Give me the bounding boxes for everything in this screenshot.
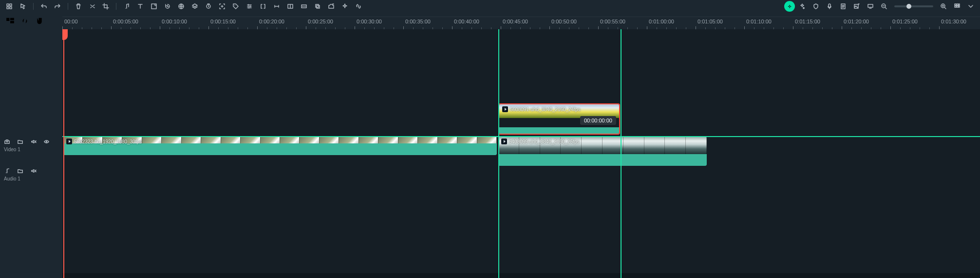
ruler-tick-major: 0:00:25:00 bbox=[306, 17, 306, 30]
ruler-tick-label: 0:00:40:00 bbox=[454, 19, 479, 24]
clip-clip_a[interactable]: 5652323-hd_1920_1080_30fps bbox=[63, 137, 497, 155]
toolbar-separator bbox=[116, 3, 116, 10]
clip-audio-band bbox=[498, 154, 707, 166]
sparkle-settings-icon[interactable] bbox=[796, 1, 809, 12]
undo-icon[interactable] bbox=[38, 1, 50, 12]
text-icon[interactable] bbox=[134, 1, 147, 12]
clip-title-text: 5403099-uhd_3840_2160_25fps bbox=[509, 139, 580, 144]
ruler-tick-major: 0:00:10:00 bbox=[160, 17, 160, 30]
link-break-icon[interactable] bbox=[352, 1, 365, 12]
trash-icon[interactable] bbox=[72, 1, 85, 12]
zoom-slider-thumb[interactable] bbox=[906, 4, 911, 9]
overlay-icon[interactable] bbox=[311, 1, 324, 12]
thumbnail-size-icon[interactable] bbox=[5, 16, 16, 26]
view-grid-icon[interactable] bbox=[951, 1, 963, 12]
brackets-icon[interactable] bbox=[257, 1, 269, 12]
ruler-tick-major: 0:00:50:00 bbox=[549, 17, 550, 30]
ruler-tick-label: 0:01:10:00 bbox=[746, 19, 772, 24]
crop-icon[interactable] bbox=[99, 1, 112, 12]
focus-icon[interactable] bbox=[216, 1, 228, 12]
ruler-tick-major: 0:01:30:00 bbox=[939, 17, 940, 30]
ruler-tick-label: 0:00:05:00 bbox=[113, 19, 138, 24]
snap-guide-horizontal bbox=[62, 136, 980, 137]
layers-icon[interactable] bbox=[188, 1, 201, 12]
ruler-tick-major: 0:00:35:00 bbox=[403, 17, 404, 30]
eye-icon[interactable] bbox=[43, 139, 50, 146]
notes-icon[interactable] bbox=[837, 1, 849, 12]
magnet-icon[interactable] bbox=[34, 16, 45, 26]
clip-title: 5403099-uhd_3840_2160_25fps bbox=[501, 139, 580, 144]
folder-icon[interactable] bbox=[17, 168, 23, 175]
redo-icon[interactable] bbox=[51, 1, 64, 12]
zoom-out-icon[interactable] bbox=[878, 1, 890, 12]
ruler-tick-major: 0:00:45:00 bbox=[501, 17, 501, 30]
ruler-tick-label: 0:00:45:00 bbox=[503, 19, 528, 24]
zoom-slider[interactable] bbox=[894, 5, 933, 7]
zoom-in-icon[interactable] bbox=[937, 1, 950, 12]
ruler-tick-major: 0:01:25:00 bbox=[890, 17, 891, 30]
clip-offset-timecode: 00:00:00:00 bbox=[580, 116, 616, 125]
timeline-canvas[interactable]: 5652323-hd_1920_1080_30fps5403099-uhd_38… bbox=[62, 29, 980, 278]
camera-add-icon[interactable] bbox=[325, 1, 338, 12]
split-screen-icon[interactable] bbox=[284, 1, 297, 12]
snap-icon[interactable] bbox=[49, 16, 59, 26]
effects-icon[interactable] bbox=[339, 1, 351, 12]
track-label: Audio 1 bbox=[4, 176, 58, 181]
track-label: Video 1 bbox=[4, 147, 58, 152]
timeline-horizontal-scrollbar[interactable] bbox=[62, 273, 980, 278]
tag-icon[interactable] bbox=[229, 1, 242, 12]
ruler-tick-major: 0:01:00:00 bbox=[647, 17, 647, 30]
picture-add-icon[interactable] bbox=[850, 1, 863, 12]
music-note-icon[interactable] bbox=[120, 1, 133, 12]
clip-clip_b[interactable]: 5403099-uhd_3840_2160_25fps bbox=[498, 137, 707, 166]
folder-icon[interactable] bbox=[17, 139, 23, 146]
ruler-tick-major: 0:01:15:00 bbox=[793, 17, 793, 30]
toolbar-separator bbox=[68, 3, 68, 10]
ruler-tick-major: 0:00:15:00 bbox=[208, 17, 209, 30]
main-toolbar: ✧ bbox=[0, 0, 980, 13]
globe-icon[interactable] bbox=[175, 1, 188, 12]
ai-badge[interactable]: ✧ bbox=[784, 1, 795, 12]
monitor-icon[interactable] bbox=[864, 1, 877, 12]
sticker-icon[interactable] bbox=[148, 1, 160, 12]
clip-clip_floating[interactable]: 5608091-uhd_3840_2160_24fps00:00:00:00 bbox=[498, 103, 620, 135]
ruler-tick-label: 0:01:20:00 bbox=[844, 19, 869, 24]
chevron-down-icon[interactable] bbox=[964, 1, 977, 12]
clip-audio-band bbox=[499, 127, 619, 134]
scissors-icon[interactable] bbox=[86, 1, 98, 12]
clip-title-text: 5652323-hd_1920_1080_30fps bbox=[74, 139, 142, 144]
ruler-tick-label: 0:01:30:00 bbox=[941, 19, 966, 24]
ruler-tick-major: 0:00:05:00 bbox=[111, 17, 112, 30]
clip-title: 5608091-uhd_3840_2160_24fps bbox=[502, 106, 581, 112]
mute-icon[interactable] bbox=[30, 168, 37, 175]
pointer-icon[interactable] bbox=[17, 1, 29, 12]
ruler-tick-label: 0:01:05:00 bbox=[697, 19, 723, 24]
clock-rotate-icon[interactable] bbox=[161, 1, 174, 12]
timer-icon[interactable] bbox=[202, 1, 215, 12]
range-icon[interactable] bbox=[270, 1, 283, 12]
link-icon[interactable] bbox=[19, 16, 30, 26]
ruler-tick-label: 0:01:15:00 bbox=[795, 19, 820, 24]
caption-icon[interactable] bbox=[298, 1, 310, 12]
snap-guide-vertical bbox=[621, 29, 622, 278]
ruler-tick-label: 0:00:35:00 bbox=[405, 19, 431, 24]
playhead-handle[interactable] bbox=[62, 29, 68, 40]
ruler-tick-major: 0:00:30:00 bbox=[355, 17, 355, 30]
layout-grid-icon[interactable] bbox=[3, 1, 16, 12]
clip-title-text: 5608091-uhd_3840_2160_24fps bbox=[510, 107, 581, 112]
camera-icon[interactable] bbox=[4, 139, 10, 146]
toolbar-separator bbox=[33, 3, 34, 10]
microphone-icon[interactable] bbox=[823, 1, 836, 12]
mute-icon[interactable] bbox=[30, 139, 37, 146]
adjust-icon[interactable] bbox=[243, 1, 256, 12]
playhead[interactable] bbox=[63, 29, 64, 278]
music-icon[interactable] bbox=[4, 168, 10, 175]
ruler-tick-label: 0:00:55:00 bbox=[600, 19, 625, 24]
ruler-tick-major: 0:00:20:00 bbox=[257, 17, 258, 30]
video-icon bbox=[502, 106, 508, 112]
clip-audio-band bbox=[63, 143, 497, 155]
shield-icon[interactable] bbox=[810, 1, 822, 12]
timeline-ruler[interactable]: 00:000:00:05:000:00:10:000:00:15:000:00:… bbox=[62, 17, 980, 29]
ruler-tick-label: 0:00:10:00 bbox=[162, 19, 187, 24]
ruler-tick-label: 0:00:15:00 bbox=[210, 19, 236, 24]
